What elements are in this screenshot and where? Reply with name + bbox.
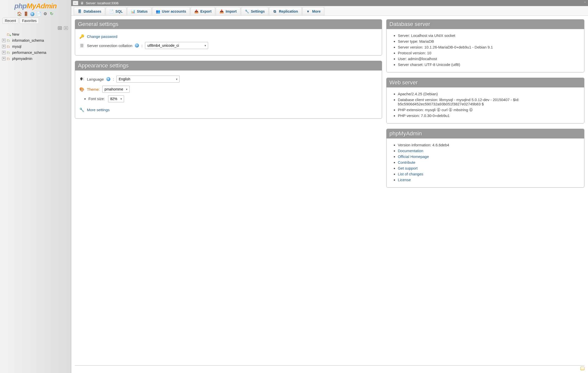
pma-link-contribute[interactable]: Contribute — [398, 160, 415, 165]
content: General settings 🔑 Change password ☰ Ser… — [71, 16, 588, 365]
main-area: ← 🖥 Server: localhost:3306 ⌃ 🗄 Databases… — [71, 0, 588, 373]
database-server-panel: Database server Server: Localhost via UN… — [386, 19, 584, 73]
reload-icon[interactable]: ↻ — [50, 12, 54, 16]
exit-icon[interactable]: 🚪 — [23, 12, 28, 16]
expand-icon[interactable]: + — [2, 39, 6, 42]
webserver-list: Apache/2.4.25 (Debian) Database client v… — [391, 91, 580, 119]
pma-link-license[interactable]: License — [398, 178, 411, 182]
info-item: Database client version: libmysql - mysq… — [398, 97, 580, 107]
panel-title: Appearance settings — [75, 61, 382, 71]
tree-new[interactable]: 🗀 New — [2, 31, 69, 37]
fontsize-label: Font size: — [88, 97, 105, 101]
replication-icon: ⧉ — [273, 9, 277, 13]
language-icon: 🗣 — [79, 77, 84, 81]
tab-export[interactable]: 📤 Export — [190, 7, 215, 15]
tab-sql[interactable]: 📄 SQL — [106, 7, 127, 15]
top-tabs: 🗄 Databases 📄 SQL 📊 Status 👥 User accoun… — [71, 6, 588, 16]
tab-import[interactable]: 📥 Import — [216, 7, 240, 15]
database-icon: 🗀 — [7, 51, 11, 54]
collapse-header-icon[interactable]: ⌃ — [583, 1, 586, 5]
link-icon[interactable]: ∞ — [64, 26, 68, 30]
console-icon[interactable] — [580, 367, 584, 370]
colon: : — [113, 77, 114, 81]
right-column: Database server Server: Localhost via UN… — [386, 19, 584, 188]
info-item: User: admin@localhost — [398, 56, 580, 62]
footer-row — [71, 366, 588, 373]
recent-button[interactable]: Recent — [3, 18, 18, 24]
nav-icon-row: 🏠 🚪 ? 📄 ⚙ ↻ — [0, 11, 71, 18]
users-icon: 👥 — [156, 9, 160, 13]
tree-db-label: mysql — [12, 44, 21, 49]
collapse-all-icon[interactable]: – — [58, 26, 62, 30]
theme-icon: 🎨 — [79, 87, 84, 92]
more-settings-link[interactable]: More settings — [87, 108, 110, 112]
expand-icon[interactable]: + — [2, 57, 6, 60]
database-icon: 🗀 — [7, 39, 11, 42]
favorites-button[interactable]: Favorites — [20, 18, 39, 24]
tab-status[interactable]: 📊 Status — [127, 7, 152, 15]
info-item: Server charset: UTF-8 Unicode (utf8) — [398, 62, 580, 67]
pma-link-homepage[interactable]: Official Homepage — [398, 154, 429, 159]
export-icon: 📤 — [194, 9, 198, 13]
help-icon[interactable]: ? — [106, 77, 110, 81]
panel-title: General settings — [75, 19, 382, 29]
expand-icon[interactable]: + — [2, 51, 6, 54]
gear-icon[interactable]: ⚙ — [43, 12, 47, 16]
tab-more[interactable]: ▾ More — [302, 7, 324, 15]
language-select[interactable]: English — [116, 76, 180, 83]
pma-link-support[interactable]: Get support — [398, 166, 418, 170]
tab-label: Status — [137, 9, 148, 13]
pma-link-documentation[interactable]: Documentation — [398, 149, 423, 153]
server-bar: ← 🖥 Server: localhost:3306 ⌃ — [71, 0, 588, 6]
sql-icon[interactable]: 📄 — [36, 12, 41, 16]
tree-new-label: New — [12, 32, 19, 36]
password-icon: 🔑 — [79, 34, 84, 39]
pma-link-changes[interactable]: List of changes — [398, 172, 423, 176]
panel-title: Web server — [386, 78, 584, 87]
tree-db-item[interactable]: + 🗀 mysql — [2, 43, 69, 50]
general-settings-panel: General settings 🔑 Change password ☰ Ser… — [75, 19, 382, 56]
help-icon[interactable]: ? — [135, 43, 139, 48]
wrench-icon: 🔧 — [79, 107, 84, 112]
theme-link[interactable]: Theme: — [87, 87, 100, 91]
left-column: General settings 🔑 Change password ☰ Ser… — [75, 19, 382, 119]
tab-label: Export — [200, 9, 211, 13]
tab-replication[interactable]: ⧉ Replication — [269, 7, 302, 15]
logo[interactable]: phpMyAdmin — [0, 0, 71, 11]
tree-db-label: information_schema — [12, 38, 44, 42]
info-item: Version information: 4.6.6deb4 — [398, 142, 580, 148]
expand-icon[interactable]: + — [2, 45, 6, 48]
info-item: PHP version: 7.0.30-0+deb9u1 — [398, 113, 580, 119]
info-item: Server: Localhost via UNIX socket — [398, 33, 580, 38]
database-icon: 🗀 — [7, 57, 11, 60]
more-icon: ▾ — [306, 9, 310, 13]
tab-databases[interactable]: 🗄 Databases — [74, 7, 105, 15]
tree-db-item[interactable]: + 🗀 phpmyadmin — [2, 56, 69, 62]
database-tree: 🗀 New + 🗀 information_schema + 🗀 mysql +… — [0, 30, 71, 63]
tree-db-label: phpmyadmin — [12, 57, 32, 61]
databases-icon: 🗄 — [78, 9, 82, 13]
web-server-panel: Web server Apache/2.4.25 (Debian) Databa… — [386, 78, 584, 124]
tab-user-accounts[interactable]: 👥 User accounts — [152, 7, 190, 15]
change-password-link[interactable]: Change password — [87, 34, 117, 39]
home-icon[interactable]: 🏠 — [17, 12, 21, 16]
database-icon: 🗀 — [7, 45, 11, 48]
fontsize-select[interactable]: 82% — [108, 95, 124, 102]
collation-icon: ☰ — [79, 43, 84, 48]
server-label: Server: localhost:3306 — [86, 1, 118, 5]
language-label: Language — [87, 77, 104, 81]
tree-db-item[interactable]: + 🗀 performance_schema — [2, 50, 69, 56]
tab-label: Settings — [251, 9, 265, 13]
help-icon[interactable]: ? — [30, 12, 35, 16]
info-item: Server version: 10.1.26-MariaDB-0+deb9u1… — [398, 44, 580, 50]
tab-label: Replication — [279, 9, 298, 13]
tab-settings[interactable]: 🔧 Settings — [241, 7, 268, 15]
tree-db-item[interactable]: + 🗀 information_schema — [2, 37, 69, 43]
navigation-panel: phpMyAdmin 🏠 🚪 ? 📄 ⚙ ↻ Recent Favorites … — [0, 0, 71, 373]
theme-select[interactable]: pmahomme — [102, 86, 130, 93]
back-button[interactable]: ← — [73, 1, 78, 5]
collation-select[interactable]: utf8mb4_unicode_ci — [145, 42, 208, 49]
tree-db-label: performance_schema — [12, 51, 46, 55]
collation-label: Server connection collation — [87, 43, 132, 48]
tab-label: Import — [226, 9, 237, 13]
